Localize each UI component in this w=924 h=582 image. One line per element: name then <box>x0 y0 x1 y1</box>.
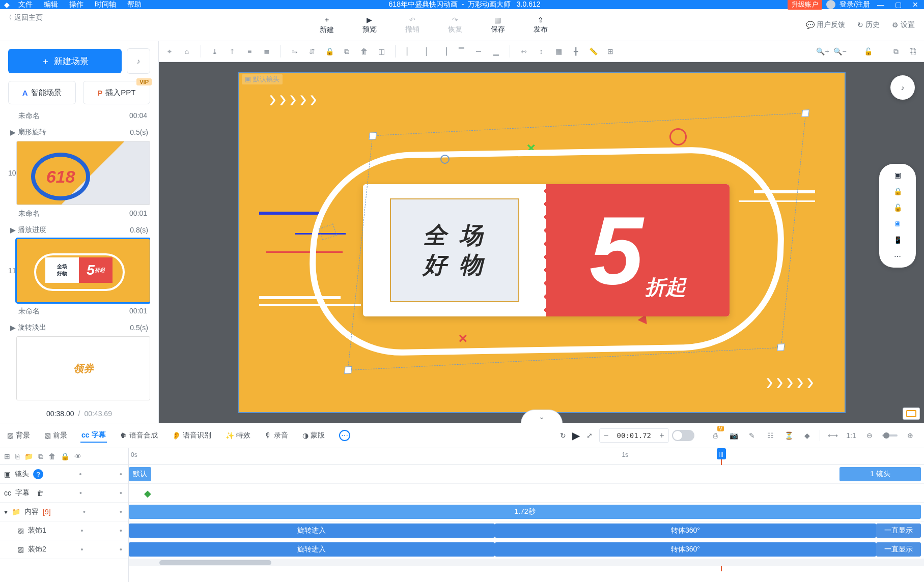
zoom-in-icon[interactable]: 🔍+ <box>816 45 829 58</box>
track-deco1-head[interactable]: ▨ 装饰1 •• <box>0 521 128 540</box>
menu-edit[interactable]: 编辑 <box>44 0 58 9</box>
play-button[interactable]: ▶ <box>570 429 583 442</box>
feedback-link[interactable]: 💬用户反馈 <box>806 20 845 30</box>
lock-icon[interactable]: 🔒 <box>61 452 69 460</box>
grid-icon[interactable]: ▦ <box>552 45 565 58</box>
snap-icon[interactable]: ⊞ <box>604 45 617 58</box>
align-v-bot-icon[interactable]: ▁ <box>489 45 502 58</box>
add-icon[interactable]: ⊞ <box>4 452 10 460</box>
tab-asr[interactable]: 👂语音识别 <box>171 429 212 442</box>
keyframe-icon[interactable]: ◆ <box>801 430 813 441</box>
login-link[interactable]: 登录/注册 <box>839 0 870 9</box>
import-ppt-button[interactable]: P 插入PPT VIP <box>83 81 151 104</box>
redo-button[interactable]: ↷ 恢复 <box>448 16 462 34</box>
loop-toggle[interactable] <box>672 430 694 441</box>
canvas-pager-icon[interactable] <box>903 408 920 420</box>
more-icon[interactable]: ⋯ <box>894 252 901 260</box>
cursor-icon[interactable]: ⌖ <box>163 45 176 58</box>
zoom-1-icon[interactable]: 1:1 <box>846 430 857 441</box>
copy-icon[interactable]: ⧉ <box>340 45 353 58</box>
help-icon[interactable]: ? <box>33 469 43 479</box>
audio-fab[interactable]: ♪ <box>890 75 915 100</box>
add-keyframe-icon[interactable]: ◆ <box>144 488 151 499</box>
stage-outer[interactable]: ♪ ▣ 🔒 🔓 🖥 📱 ⋯ ▣默认镜头 ››››› ››››› <box>159 62 924 423</box>
timeline-scroll-thumb[interactable] <box>159 560 271 565</box>
save-button[interactable]: ▦ 保存 <box>491 16 505 34</box>
align-top-icon[interactable]: ⤒ <box>226 45 239 58</box>
zoom-in-timeline-icon[interactable]: ⊕ <box>905 430 916 441</box>
align-vcenter-icon[interactable]: ≡ <box>243 45 256 58</box>
unlock-icon[interactable]: 🔓 <box>893 203 902 212</box>
flip-h-icon[interactable]: ⇋ <box>288 45 301 58</box>
dup-icon[interactable]: ⧉ <box>38 452 43 461</box>
fullscreen-icon[interactable]: ⤢ <box>583 429 596 442</box>
scene-thumb-11[interactable]: 全场好物 5折起 <box>16 239 150 303</box>
track-deco1[interactable]: 旋转进入 转体360° 一直显示 <box>129 521 924 540</box>
scene-music-button[interactable]: ♪ <box>127 48 150 74</box>
dist-h-icon[interactable]: ⇿ <box>517 45 530 58</box>
close-button[interactable]: ✕ <box>909 0 922 9</box>
add-track-icon[interactable]: ☷ <box>765 430 776 441</box>
dup-icon[interactable]: ⿻ <box>907 45 920 58</box>
edit-icon[interactable]: ✎ <box>746 430 758 441</box>
back-home[interactable]: 〈 返回主页 <box>0 9 61 41</box>
timeline-scrollbar[interactable] <box>129 559 924 566</box>
menu-help[interactable]: 帮助 <box>127 0 142 9</box>
time-stepper[interactable]: − 00:01.72 + <box>599 428 669 443</box>
screen-icon[interactable]: 🖥 <box>894 220 901 228</box>
scene-thumb-next[interactable]: 领券 <box>16 336 150 400</box>
clip-content[interactable]: 1.72秒 <box>129 505 921 519</box>
track-content[interactable]: 1.72秒 <box>129 503 924 521</box>
clip-always-2[interactable]: 一直显示 <box>876 542 921 557</box>
trash-icon[interactable]: 🗑 <box>48 452 55 460</box>
time-plus[interactable]: + <box>655 429 668 442</box>
folder-out-icon[interactable]: ⎘ <box>15 452 19 460</box>
trash-icon[interactable]: 🗑 <box>357 45 371 58</box>
menu-action[interactable]: 操作 <box>69 0 83 9</box>
settings-link[interactable]: ⚙设置 <box>892 20 915 30</box>
crop-icon[interactable]: ◫ <box>375 45 388 58</box>
tab-mask[interactable]: ◑蒙版 <box>301 429 326 442</box>
lock-icon[interactable]: 🔒 <box>323 45 336 58</box>
tab-record[interactable]: 🎙录音 <box>264 429 289 442</box>
clip-camera1[interactable]: 1 镜头 <box>839 467 921 481</box>
clip-spin-in-2[interactable]: 旋转进入 <box>129 542 495 557</box>
zoom-out-icon[interactable]: 🔍− <box>833 45 847 58</box>
align-right-icon[interactable]: ▕ <box>437 45 451 58</box>
zoom-slider[interactable] <box>882 434 898 436</box>
scene-thumb-10[interactable]: 618 <box>16 141 150 205</box>
selection-box[interactable] <box>347 112 806 370</box>
layers-icon[interactable]: ⧉ <box>889 45 903 58</box>
stage[interactable]: ▣默认镜头 ››››› ››››› × × <box>238 72 846 413</box>
undo-button[interactable]: ↶ 撤销 <box>405 16 419 34</box>
align-v-top-icon[interactable]: ▔ <box>455 45 468 58</box>
tab-fg[interactable]: ▧前景 <box>43 429 68 442</box>
track-content-head[interactable]: ▾ 📁 内容 [9] •• <box>0 503 128 521</box>
tab-fx[interactable]: ✨特效 <box>225 429 251 442</box>
unlock-icon[interactable]: 🔓 <box>861 45 875 58</box>
rewind-icon[interactable]: ↻ <box>556 429 570 442</box>
zoom-out-timeline-icon[interactable]: ⊖ <box>864 430 875 441</box>
timeline-ruler[interactable]: 0s 1s ||| <box>129 448 924 465</box>
lock-icon[interactable]: 🔒 <box>893 187 902 195</box>
time-minus[interactable]: − <box>600 429 613 442</box>
maximize-button[interactable]: ▢ <box>891 0 905 9</box>
align-hcenter-icon[interactable]: ≣ <box>260 45 273 58</box>
align-v-mid-icon[interactable]: ─ <box>472 45 485 58</box>
menu-file[interactable]: 文件 <box>18 0 33 9</box>
clip-rotate360-1[interactable]: 转体360° <box>495 523 877 538</box>
align-left-icon[interactable]: ▏ <box>403 45 416 58</box>
dist-v-icon[interactable]: ↕ <box>535 45 548 58</box>
flip-v-icon[interactable]: ⇵ <box>305 45 319 58</box>
eye-icon[interactable]: 👁 <box>74 452 81 460</box>
smart-scene-button[interactable]: A 智能场景 <box>8 81 76 104</box>
clip-rotate360-2[interactable]: 转体360° <box>495 542 877 557</box>
clip-always-1[interactable]: 一直显示 <box>876 523 921 538</box>
history-link[interactable]: ↻历史 <box>857 20 880 30</box>
new-button[interactable]: ＋ 新建 <box>320 15 334 35</box>
track-camera[interactable]: 默认 1 镜头 <box>129 465 924 484</box>
clip-default[interactable]: 默认 <box>129 467 151 481</box>
track-camera-head[interactable]: ▣ 镜头 ? •• <box>0 465 128 484</box>
minimize-button[interactable]: — <box>874 0 887 9</box>
align-bottom-icon[interactable]: ⤓ <box>208 45 221 58</box>
